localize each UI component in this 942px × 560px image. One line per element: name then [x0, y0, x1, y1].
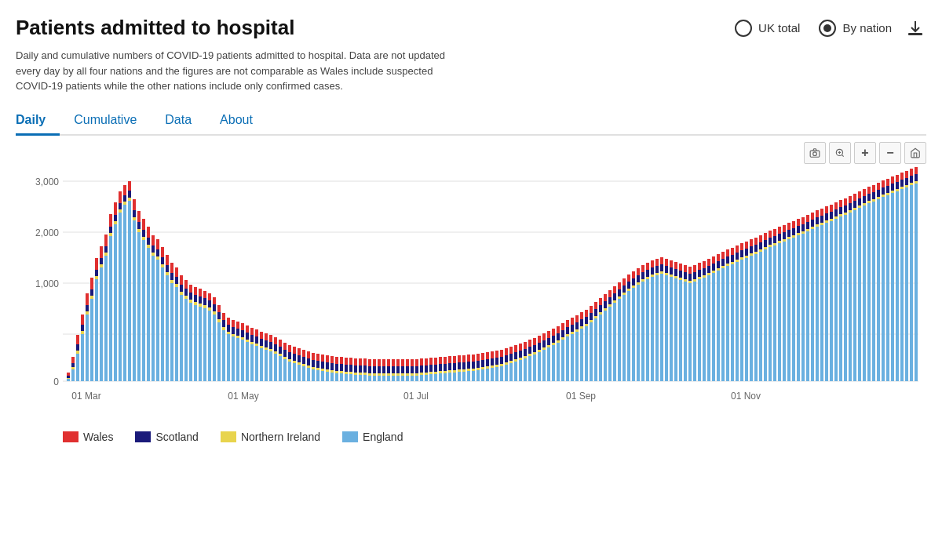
- svg-rect-419: [250, 335, 254, 342]
- svg-rect-528: [764, 240, 767, 247]
- svg-rect-430: [302, 357, 305, 364]
- svg-rect-43: [184, 299, 188, 381]
- svg-rect-22: [86, 315, 89, 381]
- svg-rect-387: [100, 258, 103, 264]
- svg-rect-441: [354, 365, 357, 373]
- svg-rect-521: [731, 255, 734, 262]
- svg-rect-128: [585, 326, 588, 381]
- svg-rect-61: [269, 351, 272, 381]
- svg-rect-688: [665, 259, 668, 266]
- svg-rect-416: [236, 329, 239, 336]
- svg-rect-431: [307, 358, 310, 365]
- svg-rect-225: [189, 300, 192, 303]
- svg-rect-590: [203, 291, 206, 298]
- svg-rect-397: [147, 238, 150, 245]
- svg-rect-328: [674, 276, 677, 278]
- svg-rect-681: [632, 271, 635, 278]
- svg-rect-224: [184, 296, 188, 299]
- svg-rect-92: [415, 376, 418, 381]
- svg-rect-28: [114, 224, 117, 381]
- tab-cumulative[interactable]: Cumulative: [60, 107, 151, 136]
- uk-total-radio[interactable]: [735, 20, 752, 37]
- svg-rect-303: [557, 340, 560, 343]
- svg-rect-707: [754, 238, 758, 245]
- chart-svg-wrapper: 3,000 2,000 1,000 0 01 Mar 01 May 01 Jul…: [16, 165, 926, 424]
- svg-rect-591: [208, 293, 211, 300]
- svg-text:01 Mar: 01 Mar: [71, 391, 100, 402]
- svg-rect-456: [425, 365, 428, 373]
- svg-rect-620: [345, 358, 348, 365]
- svg-rect-632: [401, 359, 404, 366]
- svg-rect-367: [858, 205, 861, 208]
- svg-rect-98: [444, 373, 447, 381]
- svg-rect-219: [161, 264, 164, 267]
- svg-rect-57: [250, 344, 254, 381]
- svg-rect-249: [302, 364, 305, 366]
- svg-rect-282: [458, 369, 461, 372]
- svg-rect-646: [467, 355, 470, 362]
- svg-rect-433: [316, 361, 319, 368]
- svg-rect-668: [571, 318, 574, 325]
- svg-rect-131: [599, 315, 602, 381]
- svg-rect-700: [721, 252, 725, 259]
- svg-rect-604: [269, 335, 272, 342]
- svg-rect-320: [637, 282, 640, 285]
- svg-rect-425: [279, 347, 282, 354]
- svg-rect-39: [166, 275, 169, 381]
- svg-rect-310: [590, 320, 593, 322]
- svg-rect-583: [170, 263, 173, 273]
- by-nation-radio[interactable]: [819, 20, 836, 37]
- zoom-button[interactable]: [829, 142, 851, 164]
- svg-rect-264: [373, 373, 376, 376]
- svg-rect-38: [161, 267, 164, 381]
- svg-rect-414: [227, 325, 230, 332]
- svg-rect-113: [514, 362, 517, 381]
- svg-rect-269: [396, 373, 400, 376]
- svg-rect-168: [773, 245, 776, 381]
- svg-rect-382: [76, 344, 79, 351]
- svg-rect-150: [688, 283, 692, 381]
- zoom-out-button[interactable]: −: [879, 142, 901, 164]
- svg-rect-88: [396, 376, 400, 381]
- zoom-in-button[interactable]: +: [854, 142, 876, 164]
- svg-rect-555: [891, 184, 894, 191]
- svg-rect-436: [330, 363, 334, 370]
- svg-rect-518: [717, 261, 720, 268]
- svg-rect-148: [679, 280, 682, 381]
- svg-rect-307: [575, 329, 579, 332]
- download-button[interactable]: [904, 17, 926, 39]
- svg-rect-429: [298, 355, 301, 362]
- svg-rect-602: [260, 332, 263, 339]
- svg-rect-180: [830, 221, 833, 381]
- camera-button[interactable]: [804, 142, 826, 164]
- svg-rect-206: [100, 264, 103, 267]
- svg-rect-385: [90, 289, 93, 296]
- svg-rect-505: [655, 266, 659, 273]
- svg-rect-679: [623, 278, 626, 285]
- svg-rect-87: [392, 376, 395, 381]
- uk-total-option[interactable]: UK total: [735, 20, 800, 37]
- svg-rect-532: [783, 232, 786, 239]
- svg-rect-458: [434, 365, 437, 372]
- scotland-swatch: [135, 431, 151, 442]
- svg-rect-639: [434, 358, 437, 365]
- svg-rect-309: [585, 324, 588, 326]
- svg-rect-239: [255, 344, 258, 346]
- tab-data[interactable]: Data: [151, 107, 206, 136]
- svg-rect-572: [119, 191, 122, 203]
- svg-rect-37: [156, 260, 159, 381]
- chart-legend: Wales Scotland Northern Ireland England: [16, 431, 926, 443]
- tab-daily[interactable]: Daily: [16, 107, 60, 136]
- home-button[interactable]: [904, 142, 926, 164]
- svg-rect-329: [679, 278, 682, 280]
- svg-rect-244: [279, 354, 282, 356]
- svg-rect-421: [260, 339, 263, 346]
- svg-rect-129: [590, 322, 593, 381]
- svg-rect-715: [792, 221, 795, 228]
- tab-about[interactable]: About: [206, 107, 267, 136]
- svg-rect-463: [458, 362, 461, 369]
- by-nation-option[interactable]: By nation: [819, 20, 892, 37]
- svg-rect-233: [227, 332, 230, 334]
- svg-rect-291: [500, 364, 503, 366]
- bar-chart: 3,000 2,000 1,000 0 01 Mar 01 May 01 Jul…: [16, 165, 926, 416]
